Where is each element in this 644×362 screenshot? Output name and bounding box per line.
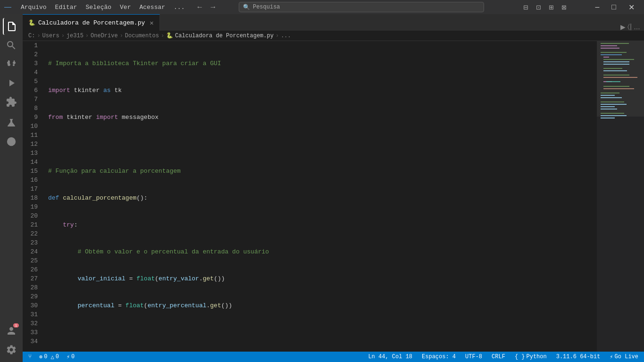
layout-btn-4[interactable]: ⊠	[559, 4, 569, 11]
line-num-28: 28	[23, 283, 41, 292]
test-icon[interactable]	[3, 114, 20, 131]
svg-point-0	[7, 137, 16, 146]
menu-selecao[interactable]: Seleção	[82, 3, 115, 12]
error-icon: ⊗	[39, 354, 42, 361]
forward-button[interactable]: →	[207, 3, 218, 11]
nav-buttons: ← →	[194, 3, 218, 11]
line-num-19: 19	[23, 202, 41, 211]
minimap[interactable]	[597, 41, 644, 352]
settings-icon[interactable]	[3, 341, 20, 358]
code-line-4	[48, 140, 593, 149]
title-bar: ⸻ Arquivo Editar Seleção Ver Acessar ...…	[0, 0, 644, 14]
cursor-position-label: Ln 44, Col 18	[368, 354, 412, 360]
layout-btn-3[interactable]: ⊞	[546, 4, 557, 11]
line-num-10: 10	[23, 122, 41, 131]
line-numbers: 1 2 3 4 5 6 7 8 9 10 11 12 13 14 15 16 1…	[23, 41, 44, 352]
encoding[interactable]: UTF-8	[463, 354, 484, 360]
git-icon: ⑂	[28, 354, 32, 360]
line-num-23: 23	[23, 238, 41, 247]
crumb-users[interactable]: Users	[42, 33, 59, 39]
explorer-icon[interactable]	[3, 18, 20, 35]
menu-arquivo[interactable]: Arquivo	[17, 3, 50, 12]
python-version[interactable]: 3.11.6 64-bit	[554, 354, 602, 360]
line-num-5: 5	[23, 77, 41, 86]
menu-bar: Arquivo Editar Seleção Ver Acessar ...	[17, 3, 188, 12]
code-line-1: # Importa a biblioteca Tkinter para cria…	[48, 59, 593, 68]
line-num-31: 31	[23, 310, 41, 319]
menu-acessar[interactable]: Acessar	[135, 3, 169, 12]
line-num-25: 25	[23, 256, 41, 265]
vscode-icon: ⸻	[4, 3, 11, 12]
maximize-button[interactable]: □	[606, 0, 622, 14]
status-bar: ⑂ ⊗ 0 △ 0 ⚡ 0 Ln 44, Col 18 Espaço	[23, 352, 644, 362]
search-icon: 🔍	[243, 4, 250, 11]
cursor-position[interactable]: Ln 44, Col 18	[366, 354, 414, 360]
line-num-18: 18	[23, 194, 41, 202]
errors-warnings[interactable]: ⊗ 0 △ 0	[37, 354, 61, 361]
warning-icon: △	[50, 354, 54, 361]
extensions-icon[interactable]	[3, 93, 20, 110]
close-button[interactable]: ✕	[623, 0, 640, 14]
line-num-30: 30	[23, 301, 41, 310]
run-button[interactable]: ▶	[620, 23, 626, 31]
tab-calculadora[interactable]: 🐍 Calculadora de Porcentagem.py ✕	[23, 14, 160, 31]
source-control-icon[interactable]	[3, 56, 20, 73]
crumb-c[interactable]: C:	[28, 33, 35, 39]
line-num-17: 17	[23, 185, 41, 194]
language-mode[interactable]: { } Python	[513, 354, 549, 360]
line-num-14: 14	[23, 158, 41, 167]
indentation[interactable]: Espaços: 4	[420, 354, 458, 360]
code-line-5: # Função para calcular a porcentagem	[48, 167, 593, 176]
line-num-27: 27	[23, 274, 41, 283]
line-num-4: 4	[23, 68, 41, 77]
crumb-file[interactable]: Calculadora de Porcentagem.py	[175, 33, 274, 39]
go-live-icon: ⚡	[610, 354, 613, 361]
line-ending-label: CRLF	[492, 354, 505, 360]
search-icon[interactable]	[3, 37, 20, 54]
run-debug-icon[interactable]	[3, 75, 20, 92]
code-editor[interactable]: # Importa a biblioteca Tkinter para cria…	[44, 41, 597, 352]
search-bar[interactable]: 🔍 Pesquisa	[239, 2, 484, 12]
go-live[interactable]: ⚡ Go Live	[608, 354, 640, 361]
line-num-26: 26	[23, 265, 41, 274]
minimap-svg	[597, 41, 644, 348]
line-num-2: 2	[23, 50, 41, 59]
line-num-32: 32	[23, 319, 41, 328]
code-line-2: import tkinter as tk	[48, 86, 593, 95]
code-line-3: from tkinter import messagebox	[48, 113, 593, 122]
minimize-button[interactable]: –	[589, 0, 605, 14]
line-num-3: 3	[23, 59, 41, 68]
notifications[interactable]: ⚡ 0	[65, 354, 76, 361]
window-controls: – □ ✕	[589, 0, 640, 14]
split-editor-button[interactable]: 〈|	[627, 23, 632, 31]
line-num-8: 8	[23, 104, 41, 113]
code-line-10: percentual = float(entry_percentual.get(…	[48, 301, 593, 310]
layout-btn-2[interactable]: ⊡	[533, 4, 544, 11]
menu-editar[interactable]: Editar	[51, 3, 81, 12]
line-num-6: 6	[23, 86, 41, 95]
code-line-6: def calcular_porcentagem():	[48, 194, 593, 202]
line-ending[interactable]: CRLF	[490, 354, 507, 360]
copilot-icon[interactable]	[3, 133, 20, 150]
breadcrumb: C: › Users › je315 › OneDrive › Document…	[23, 31, 644, 41]
crumb-je315[interactable]: je315	[67, 33, 84, 39]
layout-btn-1[interactable]: ⊟	[520, 4, 531, 11]
menu-more[interactable]: ...	[170, 3, 188, 12]
accounts-icon[interactable]: 1	[3, 322, 20, 339]
main-content: 🐍 Calculadora de Porcentagem.py ✕ ▶ 〈| ……	[23, 14, 644, 362]
git-branch[interactable]: ⑂	[26, 354, 33, 360]
go-live-label: Go Live	[615, 354, 638, 360]
more-actions-button[interactable]: …	[634, 23, 640, 31]
tab-close-button[interactable]: ✕	[150, 19, 153, 27]
crumb-onedrive[interactable]: OneDrive	[91, 33, 118, 39]
line-num-22: 22	[23, 229, 41, 238]
crumb-documentos[interactable]: Documentos	[125, 33, 159, 39]
status-left: ⑂ ⊗ 0 △ 0 ⚡ 0	[26, 354, 76, 361]
search-placeholder: Pesquisa	[253, 4, 280, 10]
encoding-label: UTF-8	[465, 354, 482, 360]
back-button[interactable]: ←	[194, 3, 205, 11]
crumb-more[interactable]: ...	[281, 33, 291, 39]
line-num-24: 24	[23, 247, 41, 256]
line-num-1: 1	[23, 41, 41, 50]
menu-ver[interactable]: Ver	[116, 3, 134, 12]
